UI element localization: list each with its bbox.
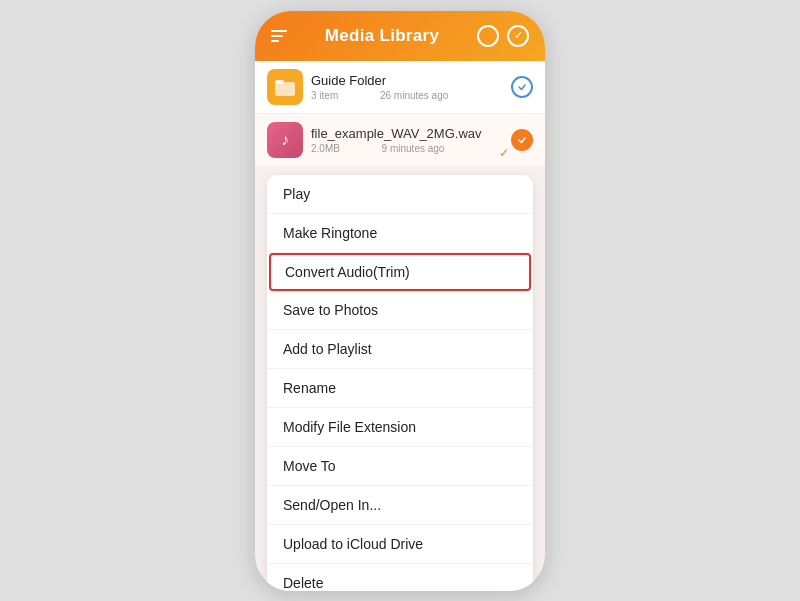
- phone-container: Media Library ✓ Guide Folder 3 item 26 m…: [255, 11, 545, 591]
- menu-item-upload-to-icloud-drive[interactable]: Upload to iCloud Drive: [267, 525, 533, 564]
- menu-item-modify-file-extension[interactable]: Modify File Extension: [267, 408, 533, 447]
- menu-item-sendopen-in[interactable]: Send/Open In...: [267, 486, 533, 525]
- context-menu: PlayMake RingtoneConvert Audio(Trim)Save…: [267, 175, 533, 591]
- audio-file-meta: 2.0MB 9 minutes ago: [311, 143, 503, 154]
- checkmark-overlay: ✓: [499, 146, 509, 160]
- audio-badge[interactable]: [511, 129, 533, 151]
- folder-badge[interactable]: [511, 76, 533, 98]
- menu-item-rename[interactable]: Rename: [267, 369, 533, 408]
- menu-item-save-to-photos[interactable]: Save to Photos: [267, 291, 533, 330]
- menu-item-convert-audiotrim[interactable]: Convert Audio(Trim): [269, 253, 531, 291]
- folder-info: Guide Folder 3 item 26 minutes ago: [303, 73, 511, 101]
- audio-file-name: file_example_WAV_2MG.wav: [311, 126, 503, 141]
- audio-file-info: file_example_WAV_2MG.wav 2.0MB 9 minutes…: [303, 126, 511, 154]
- circle-icon[interactable]: [477, 25, 499, 47]
- menu-item-play[interactable]: Play: [267, 175, 533, 214]
- svg-rect-0: [275, 82, 295, 96]
- header-title: Media Library: [325, 26, 439, 46]
- folder-meta: 3 item 26 minutes ago: [311, 90, 503, 101]
- sort-icon[interactable]: [271, 30, 287, 42]
- check-circle-icon[interactable]: ✓: [507, 25, 529, 47]
- header-actions: ✓: [477, 25, 529, 47]
- folder-name: Guide Folder: [311, 73, 503, 88]
- svg-rect-1: [275, 80, 284, 84]
- folder-row[interactable]: Guide Folder 3 item 26 minutes ago: [255, 61, 545, 114]
- menu-item-delete[interactable]: Delete: [267, 564, 533, 591]
- menu-item-make-ringtone[interactable]: Make Ringtone: [267, 214, 533, 253]
- audio-file-row[interactable]: ♪ file_example_WAV_2MG.wav 2.0MB 9 minut…: [255, 114, 545, 167]
- menu-item-move-to[interactable]: Move To: [267, 447, 533, 486]
- folder-icon: [267, 69, 303, 105]
- app-header: Media Library ✓: [255, 11, 545, 61]
- file-list: Guide Folder 3 item 26 minutes ago ♪ fil…: [255, 61, 545, 167]
- audio-icon: ♪: [267, 122, 303, 158]
- menu-item-add-to-playlist[interactable]: Add to Playlist: [267, 330, 533, 369]
